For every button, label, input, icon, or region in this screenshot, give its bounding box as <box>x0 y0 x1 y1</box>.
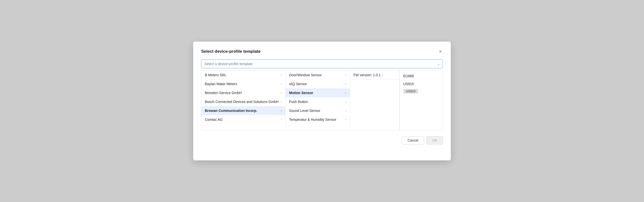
manufacturer-column: B Meters SRL›Baylan Water Meters›Beisele… <box>201 70 286 130</box>
chevron-right-icon: › <box>345 118 346 121</box>
chevron-right-icon: › <box>281 109 282 112</box>
item-label: Door/Window Sensor <box>289 73 322 77</box>
item-label: Browan Communication Incorp. <box>205 109 257 113</box>
item-label: Bosch Connected Devices and Solutions Gm… <box>205 100 278 104</box>
item-label: Beiselen Service GmbH <box>205 91 242 95</box>
list-item[interactable]: Comtac AG› <box>201 115 285 124</box>
list-item[interactable]: Push Button› <box>286 97 350 106</box>
list-item[interactable]: Bosch Connected Devices and Solutions Gm… <box>201 97 285 106</box>
region-item[interactable]: EU868 <box>400 72 439 80</box>
cancel-button[interactable]: Cancel <box>402 136 424 144</box>
fw-version-header[interactable]: FW version: 1.0.1 › <box>350 70 399 80</box>
chevron-right-icon: › <box>345 109 346 112</box>
item-label: Baylan Water Meters <box>205 82 237 86</box>
device-column: Door/Window Sensor›IAQ Sensor›Motion Sen… <box>286 70 350 130</box>
chevron-right-icon: › <box>281 82 282 86</box>
chevron-right-icon: › <box>345 100 346 104</box>
item-label: Motion Sensor <box>289 91 313 95</box>
region-item[interactable]: US915 <box>400 80 439 88</box>
list-item[interactable]: Door/Window Sensor› <box>286 70 350 80</box>
search-wrapper: ⌄ <box>201 60 443 68</box>
item-label: B Meters SRL <box>205 73 226 77</box>
item-label: IAQ Sensor <box>289 82 307 86</box>
fw-version-label: FW version: 1.0.1 <box>354 73 381 77</box>
list-item[interactable]: Baylan Water Meters› <box>201 80 285 88</box>
modal-title: Select device-profile template <box>201 49 260 54</box>
list-item[interactable]: Temperatur & Humidity Sensor› <box>286 115 350 124</box>
modal-header: Select device-profile template × <box>201 48 443 54</box>
search-input[interactable] <box>201 60 443 68</box>
list-item[interactable]: IAQ Sensor› <box>286 80 350 88</box>
ok-button: OK <box>426 136 443 144</box>
region-column: EU868US915US915 <box>400 70 439 130</box>
search-container: ⌄ <box>201 60 443 68</box>
chevron-right-icon: › <box>345 82 346 86</box>
list-item[interactable]: Browan Communication Incorp.› <box>201 106 285 115</box>
fw-chevron-icon: › <box>382 73 383 77</box>
item-label: Comtac AG <box>205 118 223 122</box>
modal-dialog: Select device-profile template × ⌄ B Met… <box>193 42 451 160</box>
fw-version-column: FW version: 1.0.1 › <box>350 70 400 130</box>
close-button[interactable]: × <box>438 48 443 54</box>
dropdown-columns: B Meters SRL›Baylan Water Meters›Beisele… <box>201 70 443 130</box>
region-badge: US915 <box>403 89 418 94</box>
list-item[interactable]: Beiselen Service GmbH› <box>201 88 285 97</box>
region-label: US915 <box>403 82 414 86</box>
modal-footer: Cancel OK <box>201 136 443 144</box>
region-label: EU868 <box>403 74 414 78</box>
chevron-right-icon: › <box>281 91 282 94</box>
item-label: Temperatur & Humidity Sensor <box>289 118 336 122</box>
list-item[interactable]: Sound Level Sensor› <box>286 106 350 115</box>
chevron-right-icon: › <box>345 91 346 94</box>
modal-overlay: Select device-profile template × ⌄ B Met… <box>0 0 644 202</box>
list-item[interactable]: B Meters SRL› <box>201 70 285 80</box>
chevron-right-icon: › <box>281 73 282 77</box>
item-label: Push Button <box>289 100 308 104</box>
chevron-right-icon: › <box>281 100 282 104</box>
chevron-right-icon: › <box>281 118 282 121</box>
item-label: Sound Level Sensor <box>289 109 320 113</box>
chevron-right-icon: › <box>345 73 346 77</box>
list-item[interactable]: Motion Sensor› <box>286 88 350 97</box>
